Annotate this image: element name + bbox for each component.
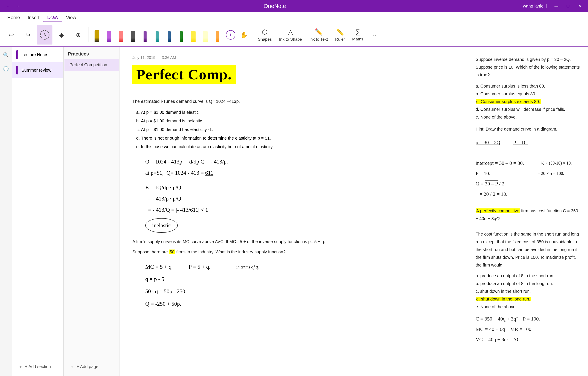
teal-pen-tool[interactable]: [151, 26, 163, 43]
shapes-icon: ⬡: [262, 28, 268, 36]
shapes-button[interactable]: ⬡ Shapes: [255, 25, 275, 44]
menu-draw[interactable]: Draw: [43, 13, 62, 22]
main-layout: 🔍 🕐 Lecture Notes Summer review ＋ + Add …: [0, 47, 588, 376]
q1-math-line1: Q = 1024 - 413p. d/dp Q = - 413/p.: [145, 156, 455, 167]
dark-purple-pen-tool[interactable]: [139, 26, 151, 43]
eraser2-icon: ⊕: [76, 31, 81, 38]
maths-button[interactable]: ∑ Maths: [349, 25, 367, 44]
recent-button[interactable]: 🕐: [1, 64, 11, 74]
dark-pen-body: [131, 31, 135, 42]
q1-math-line3: E = dQ/dp · p/Q.: [145, 182, 455, 193]
add-page-button[interactable]: ＋ + Add page: [68, 362, 101, 372]
q2-50-highlight: 50: [169, 250, 175, 254]
sidebar-sections: Lecture Notes Summer review ＋ + Add sect…: [12, 47, 64, 376]
hand-icon: ✋: [240, 31, 248, 38]
lasso-button[interactable]: A: [37, 25, 52, 44]
more-options-button[interactable]: ···: [368, 25, 383, 44]
undo-icon: ↩: [9, 31, 14, 38]
red-pen-body: [119, 31, 123, 42]
minimize-button[interactable]: —: [551, 2, 561, 10]
ink-to-shape-button[interactable]: △ Ink to Shape: [276, 25, 305, 44]
maths-label: Maths: [352, 37, 363, 42]
black-marker-tool[interactable]: [91, 26, 103, 43]
page-item-perfect-competition[interactable]: Perfect Competition: [64, 59, 119, 71]
section-summer-review-label: Summer review: [21, 68, 51, 73]
menu-view[interactable]: View: [62, 13, 80, 22]
ink-to-text-button[interactable]: ✏️ Ink to Text: [306, 25, 331, 44]
add-pen-button[interactable]: +: [226, 30, 235, 40]
ruler-label: Ruler: [335, 37, 345, 42]
section-lecture-notes[interactable]: Lecture Notes: [12, 47, 63, 62]
rp-math-3: P = 10. = 20 × 5 = 100.: [476, 168, 580, 178]
dark-blue-pen-body: [168, 31, 171, 42]
q1-option-e: In this case we can calculate an arc ela…: [141, 142, 455, 151]
light-yellow-highlighter-tool[interactable]: [200, 26, 211, 43]
maths-icon: ∑: [356, 28, 360, 35]
nav-buttons: ← →: [3, 2, 22, 10]
ink-to-shape-icon: △: [288, 28, 293, 36]
close-button[interactable]: ✕: [575, 2, 585, 10]
section-dot: [16, 50, 18, 59]
eraser2-button[interactable]: ⊕: [71, 25, 86, 44]
rp-q2-option-c: c. shut down in the short run.: [476, 287, 580, 295]
undo-button[interactable]: ↩: [3, 25, 19, 44]
title-bar: ← → OneNote wang janie | — □ ✕: [0, 0, 588, 12]
pen-group: [91, 26, 223, 43]
ink-to-text-label: Ink to Text: [309, 37, 328, 42]
orange-pen-tool[interactable]: [212, 26, 223, 43]
pages-section-header: Practices: [64, 47, 119, 59]
back-button[interactable]: ←: [3, 2, 12, 10]
q2-math-area: MC = 5 + q P = 5 + q. in terms of q. q =…: [145, 261, 455, 310]
redo-button[interactable]: ↪: [20, 25, 36, 44]
rp-options: a. Consumer surplus is less than 80. b. …: [476, 82, 580, 121]
red-pen-tool[interactable]: [116, 26, 126, 43]
add-page-plus-icon: ＋: [70, 364, 74, 370]
ruler-button[interactable]: 📏 Ruler: [332, 25, 348, 44]
add-section-button[interactable]: ＋ + Add section: [16, 362, 53, 372]
rp-option-b: b. Consumer surplus equals 80.: [476, 90, 580, 98]
rp-q2-option-a: a. produce an output of 8 in the short r…: [476, 272, 580, 280]
maximize-button[interactable]: □: [563, 2, 573, 10]
q1-text: The estimated i-Tunes demand curve is Q=…: [132, 98, 455, 105]
ruler-icon: 📏: [336, 28, 344, 36]
rp-perfectly-competitive-highlight: A perfectly competitive: [476, 209, 520, 213]
rp-hint: Hint: Draw the demand curve in a diagram…: [476, 125, 580, 133]
content-date: July 11, 2019: [132, 55, 155, 60]
rp-q2-math-mc: MC = 40 + 6q MR = 100.: [476, 324, 580, 334]
right-panel: Suppose inverse demand is given by p = 3…: [468, 47, 588, 376]
q2-math-line2: q = p - 5.: [145, 273, 455, 285]
dark-blue-pen-tool[interactable]: [164, 26, 175, 43]
rp-q2-body: The cost function is the same in the sho…: [476, 230, 580, 269]
purple-pen-tool[interactable]: [103, 26, 115, 43]
pages-footer: ＋ + Add page: [64, 357, 119, 376]
dark-green-pen-tool[interactable]: [176, 26, 187, 43]
q1-option-a: At p = $1.00 demand is elastic: [141, 108, 455, 117]
forward-button[interactable]: →: [14, 2, 22, 10]
q1-option-b: At p = $1.00 demand is inelastic: [141, 117, 455, 125]
rp-math-1: p = 30 – 2Q P = 10.: [476, 137, 580, 148]
toolbar: ↩ ↪ A ◈ ⊕: [0, 23, 588, 47]
separator: |: [546, 4, 547, 9]
rp-math-4: Q = 30 – P / 2: [476, 178, 580, 189]
q1-math-line4: = - 413/p · p/Q.: [145, 193, 455, 204]
menu-insert[interactable]: Insert: [24, 13, 43, 22]
rp-answer-c: c. Consumer surplus exceeds 80.: [476, 99, 541, 104]
rp-answer-d: d. shut down in the long run.: [476, 297, 531, 301]
rp-question-text: Suppose inverse demand is given by p = 3…: [476, 55, 580, 79]
rp-q2-math: C = 350 + 40q + 3q² P = 100. MC = 40 + 6…: [476, 314, 580, 345]
section-summer-review[interactable]: Summer review: [12, 62, 63, 78]
content-area: July 11, 2019 3:36 AM Perfect Comp. The …: [119, 47, 468, 376]
light-yellow-highlighter-body: [203, 31, 208, 42]
menu-home[interactable]: Home: [3, 13, 24, 22]
dark-pen-tool[interactable]: [127, 26, 139, 43]
hand-tool-button[interactable]: ✋: [238, 29, 250, 40]
search-button[interactable]: 🔍: [1, 50, 11, 60]
page-title: Perfect Comp.: [132, 65, 236, 84]
q1-options: At p = $1.00 demand is elastic At p = $1…: [141, 108, 455, 151]
divider-2: [252, 27, 252, 42]
eraser-button[interactable]: ◈: [54, 25, 69, 44]
yellow-highlighter-body: [191, 31, 196, 42]
sidebar-pages: Practices Perfect Competition ＋ + Add pa…: [64, 47, 119, 376]
rp-option-e: e. None of the above.: [476, 113, 580, 121]
yellow-highlighter-tool[interactable]: [188, 26, 199, 43]
